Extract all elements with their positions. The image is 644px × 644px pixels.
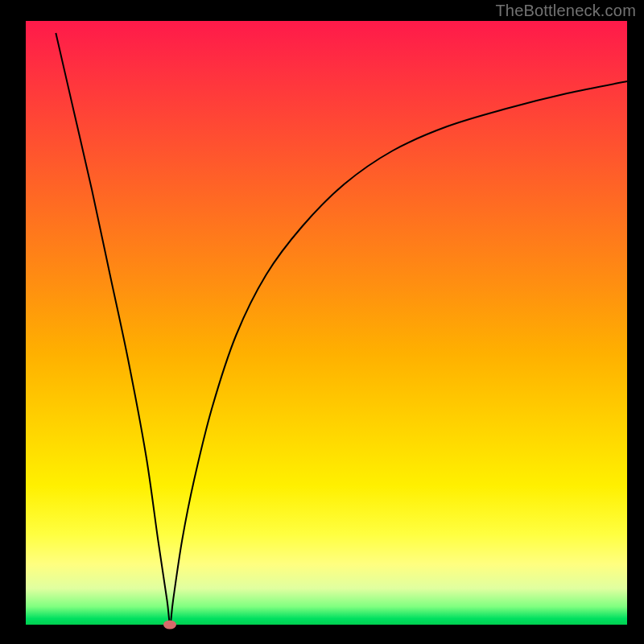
chart-container: TheBottleneck.com <box>0 0 644 644</box>
optimum-marker <box>163 621 176 630</box>
watermark-label: TheBottleneck.com <box>495 2 636 20</box>
plot-area <box>26 21 627 625</box>
